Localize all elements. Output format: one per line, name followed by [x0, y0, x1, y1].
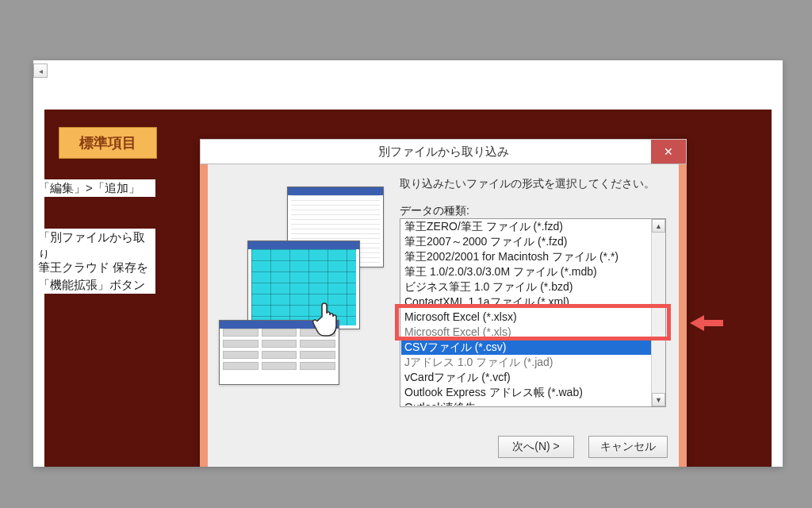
scroll-left-button[interactable]: ◂	[33, 64, 48, 78]
scroll-up-icon[interactable]: ▲	[652, 219, 665, 233]
bg-text-1: 「編集」>「追加」	[38, 179, 155, 197]
bg-text-2: 「別ファイルから取り	[38, 229, 155, 264]
file-type-listbox[interactable]: 筆王ZERO/筆王 ファイル (*.fzd)筆王2007～2000 ファイル (…	[400, 218, 666, 407]
file-type-option[interactable]: ビジネス筆王 1.0 ファイル (*.bzd)	[401, 279, 652, 294]
next-button[interactable]: 次へ(N) >	[498, 436, 574, 458]
dialog-instruction: 取り込みたいファイルの形式を選択してください。	[400, 177, 655, 191]
side-tab-standard[interactable]: 標準項目	[59, 127, 157, 159]
page-canvas: ◂ 標準項目 「編集」>「追加」 「別ファイルから取り 筆王クラウド 保存を 「…	[33, 60, 783, 467]
file-type-option[interactable]: Outlook連絡先	[401, 400, 652, 406]
close-button[interactable]: ✕	[651, 140, 686, 164]
listbox-scrollbar[interactable]: ▲ ▼	[651, 219, 665, 406]
dialog-button-bar: 次へ(N) > キャンセル	[498, 436, 668, 458]
pointer-arrow-icon	[690, 315, 723, 331]
dialog-title: 別ファイルから取り込み	[378, 144, 509, 160]
file-type-option[interactable]: CSVファイル (*.csv)	[401, 340, 652, 355]
file-type-option[interactable]: vCardファイル (*.vcf)	[401, 370, 652, 385]
file-type-option[interactable]: Microsoft Excel (*.xlsx)	[401, 310, 652, 325]
close-icon: ✕	[664, 145, 673, 158]
illus-window-2	[247, 241, 360, 329]
illustration	[216, 187, 390, 385]
scroll-down-icon[interactable]: ▼	[652, 393, 665, 406]
import-dialog: 別ファイルから取り込み ✕ 取り込みたいファイルの形式を選択してください。 デー…	[200, 139, 687, 467]
file-type-option[interactable]: Jアドレス 1.0 ファイル (*.jad)	[401, 355, 652, 370]
file-type-option[interactable]: 筆王2002/2001 for Macintosh ファイル (*.*)	[401, 249, 652, 264]
file-type-option[interactable]: 筆王ZERO/筆王 ファイル (*.fzd)	[401, 219, 652, 234]
file-type-option[interactable]: 筆王2007～2000 ファイル (*.fzd)	[401, 234, 652, 249]
file-type-option[interactable]: Microsoft Excel (*.xls)	[401, 325, 652, 340]
dialog-titlebar: 別ファイルから取り込み ✕	[200, 139, 687, 164]
cancel-button[interactable]: キャンセル	[588, 436, 668, 458]
cursor-hand-icon	[311, 299, 343, 339]
file-type-option[interactable]: ContactXML 1.1aファイル (*.xml)	[401, 294, 652, 310]
file-type-option[interactable]: Outlook Express アドレス帳 (*.wab)	[401, 385, 652, 400]
bg-text-3: 筆王クラウド 保存を 「機能拡張」ボタン	[38, 259, 155, 294]
file-type-option[interactable]: 筆王 1.0/2.0/3.0/3.0M ファイル (*.mdb)	[401, 264, 652, 279]
data-type-label: データの種類:	[400, 204, 469, 218]
